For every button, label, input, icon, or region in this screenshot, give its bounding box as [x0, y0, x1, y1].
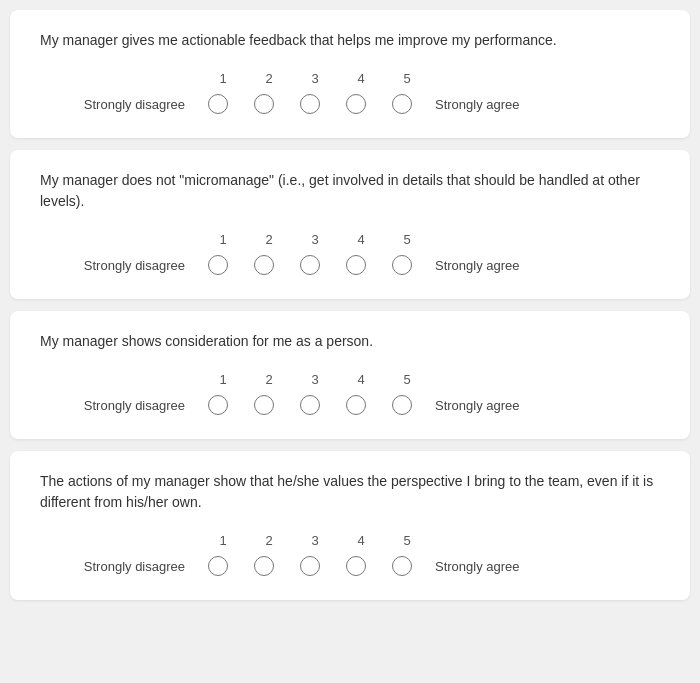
radio-option-3-card-3[interactable]	[287, 395, 333, 415]
radio-input-5-card-4[interactable]	[392, 556, 412, 576]
scale-number-3: 3	[292, 533, 338, 548]
radio-group-3	[195, 395, 425, 415]
radio-input-1-card-2[interactable]	[208, 255, 228, 275]
scale-number-5: 5	[384, 232, 430, 247]
radio-input-3-card-4[interactable]	[300, 556, 320, 576]
scale-numbers-1: 12345	[200, 71, 430, 86]
radio-option-2-card-3[interactable]	[241, 395, 287, 415]
scale-number-4: 4	[338, 71, 384, 86]
scale-number-5: 5	[384, 71, 430, 86]
radio-input-1-card-4[interactable]	[208, 556, 228, 576]
radio-input-5-card-1[interactable]	[392, 94, 412, 114]
label-strongly-agree-1: Strongly agree	[435, 97, 520, 112]
rating-section-4: 12345Strongly disagreeStrongly agree	[40, 533, 660, 576]
radio-option-5-card-4[interactable]	[379, 556, 425, 576]
scale-number-5: 5	[384, 533, 430, 548]
radio-option-1-card-2[interactable]	[195, 255, 241, 275]
label-strongly-agree-4: Strongly agree	[435, 559, 520, 574]
scale-number-2: 2	[246, 533, 292, 548]
radio-option-1-card-1[interactable]	[195, 94, 241, 114]
radio-input-5-card-2[interactable]	[392, 255, 412, 275]
radio-option-4-card-2[interactable]	[333, 255, 379, 275]
scale-number-1: 1	[200, 71, 246, 86]
radio-option-4-card-4[interactable]	[333, 556, 379, 576]
question-text-1: My manager gives me actionable feedback …	[40, 30, 660, 51]
label-strongly-agree-3: Strongly agree	[435, 398, 520, 413]
scale-number-1: 1	[200, 533, 246, 548]
scale-number-1: 1	[200, 372, 246, 387]
scale-number-4: 4	[338, 533, 384, 548]
radio-option-3-card-4[interactable]	[287, 556, 333, 576]
label-strongly-disagree-3: Strongly disagree	[40, 398, 195, 413]
survey-card-4: The actions of my manager show that he/s…	[10, 451, 690, 600]
scale-number-2: 2	[246, 71, 292, 86]
rating-section-1: 12345Strongly disagreeStrongly agree	[40, 71, 660, 114]
radio-input-4-card-1[interactable]	[346, 94, 366, 114]
radio-input-3-card-1[interactable]	[300, 94, 320, 114]
question-text-2: My manager does not "micromanage" (i.e.,…	[40, 170, 660, 212]
radio-input-3-card-2[interactable]	[300, 255, 320, 275]
radio-input-5-card-3[interactable]	[392, 395, 412, 415]
radio-option-3-card-2[interactable]	[287, 255, 333, 275]
scale-number-1: 1	[200, 232, 246, 247]
rating-row-1: Strongly disagreeStrongly agree	[40, 94, 660, 114]
rating-row-3: Strongly disagreeStrongly agree	[40, 395, 660, 415]
radio-option-2-card-4[interactable]	[241, 556, 287, 576]
radio-option-3-card-1[interactable]	[287, 94, 333, 114]
label-strongly-disagree-2: Strongly disagree	[40, 258, 195, 273]
rating-row-2: Strongly disagreeStrongly agree	[40, 255, 660, 275]
scale-number-2: 2	[246, 232, 292, 247]
radio-option-5-card-2[interactable]	[379, 255, 425, 275]
survey-card-2: My manager does not "micromanage" (i.e.,…	[10, 150, 690, 299]
radio-option-4-card-3[interactable]	[333, 395, 379, 415]
radio-group-1	[195, 94, 425, 114]
radio-input-2-card-1[interactable]	[254, 94, 274, 114]
radio-option-1-card-3[interactable]	[195, 395, 241, 415]
label-strongly-disagree-4: Strongly disagree	[40, 559, 195, 574]
scale-number-3: 3	[292, 71, 338, 86]
radio-input-2-card-2[interactable]	[254, 255, 274, 275]
question-text-3: My manager shows consideration for me as…	[40, 331, 660, 352]
survey-card-1: My manager gives me actionable feedback …	[10, 10, 690, 138]
scale-numbers-3: 12345	[200, 372, 430, 387]
scale-number-3: 3	[292, 232, 338, 247]
radio-option-1-card-4[interactable]	[195, 556, 241, 576]
radio-input-2-card-4[interactable]	[254, 556, 274, 576]
radio-option-4-card-1[interactable]	[333, 94, 379, 114]
survey-container: My manager gives me actionable feedback …	[10, 10, 690, 600]
radio-input-1-card-3[interactable]	[208, 395, 228, 415]
radio-input-3-card-3[interactable]	[300, 395, 320, 415]
rating-section-2: 12345Strongly disagreeStrongly agree	[40, 232, 660, 275]
radio-input-1-card-1[interactable]	[208, 94, 228, 114]
label-strongly-agree-2: Strongly agree	[435, 258, 520, 273]
radio-option-2-card-1[interactable]	[241, 94, 287, 114]
radio-group-4	[195, 556, 425, 576]
radio-input-4-card-3[interactable]	[346, 395, 366, 415]
scale-number-2: 2	[246, 372, 292, 387]
radio-input-4-card-4[interactable]	[346, 556, 366, 576]
radio-group-2	[195, 255, 425, 275]
scale-numbers-2: 12345	[200, 232, 430, 247]
scale-number-5: 5	[384, 372, 430, 387]
scale-number-3: 3	[292, 372, 338, 387]
scale-number-4: 4	[338, 232, 384, 247]
radio-option-2-card-2[interactable]	[241, 255, 287, 275]
radio-input-2-card-3[interactable]	[254, 395, 274, 415]
rating-row-4: Strongly disagreeStrongly agree	[40, 556, 660, 576]
label-strongly-disagree-1: Strongly disagree	[40, 97, 195, 112]
survey-card-3: My manager shows consideration for me as…	[10, 311, 690, 439]
radio-input-4-card-2[interactable]	[346, 255, 366, 275]
rating-section-3: 12345Strongly disagreeStrongly agree	[40, 372, 660, 415]
radio-option-5-card-1[interactable]	[379, 94, 425, 114]
scale-numbers-4: 12345	[200, 533, 430, 548]
radio-option-5-card-3[interactable]	[379, 395, 425, 415]
scale-number-4: 4	[338, 372, 384, 387]
question-text-4: The actions of my manager show that he/s…	[40, 471, 660, 513]
